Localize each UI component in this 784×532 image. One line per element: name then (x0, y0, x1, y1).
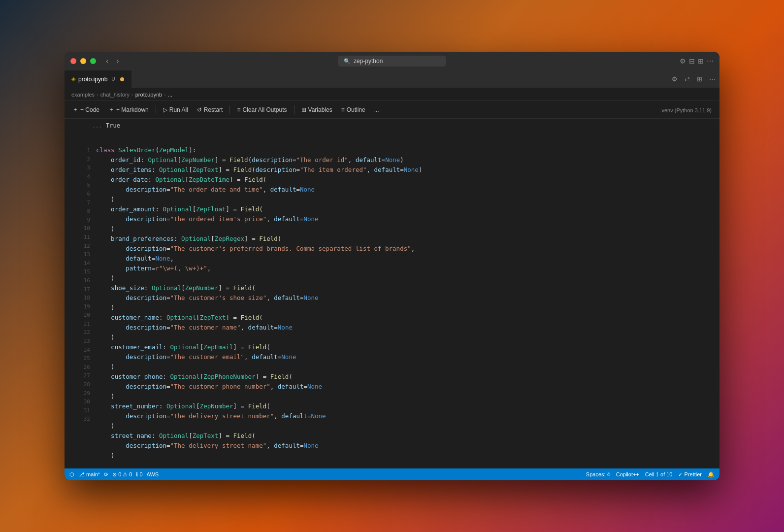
spaces-label: Spaces: 4 (586, 471, 610, 477)
title-bar: ‹ › 🔍 zep-python ⚙ ⊟ ⊞ ⋯ (65, 52, 719, 70)
gear-icon[interactable]: ⋯ (707, 57, 714, 65)
breadcrumb-file[interactable]: proto.ipynb (135, 92, 162, 98)
markdown-plus-icon: ＋ (108, 105, 114, 114)
split-icon[interactable]: ⊞ (697, 75, 702, 83)
breadcrumb: examples › chat_history › proto.ipynb › … (65, 88, 719, 101)
code-line-29: ) (96, 421, 713, 431)
prettier-label: ✓ Prettier (678, 471, 702, 478)
back-button[interactable]: ‹ (104, 56, 110, 66)
toolbar-right: .venv (Python 3.11.9) (660, 105, 716, 114)
line-numbers: 1234567891011121314151617181920212223242… (84, 146, 90, 424)
forward-button[interactable]: › (114, 56, 121, 66)
run-all-label: Run All (169, 106, 188, 113)
layout-icon[interactable]: ⊞ (698, 57, 704, 65)
python-env-label[interactable]: .venv (Python 3.11.9) (660, 107, 712, 113)
vscode-window: ‹ › 🔍 zep-python ⚙ ⊟ ⊞ ⋯ ◈ proto.ipynb U… (65, 52, 719, 480)
outline-label: Outline (347, 106, 365, 113)
plus-icon: ＋ (72, 105, 78, 114)
outline-button[interactable]: ≡ Outline (337, 104, 369, 115)
breadcrumb-chat-history[interactable]: chat_history (100, 92, 130, 98)
code-line-16: description="The customer's shoe size", … (96, 293, 713, 303)
more-actions-icon[interactable]: ⋯ (709, 75, 716, 83)
code-line-13: pattern=r"\w+(, \w+)+", (96, 264, 713, 273)
tab-name: proto.ipynb (78, 76, 107, 83)
add-markdown-label: + Markdown (116, 106, 149, 113)
editor-actions: ⚙ ⇄ ⊞ ⋯ (672, 75, 719, 83)
clear-outputs-button[interactable]: ≡ Clear All Outputs (233, 104, 291, 115)
vscode-logo[interactable]: ⬡ (69, 471, 74, 478)
aws-status[interactable]: AWS (147, 471, 159, 477)
code-line-30: street_name: Optional[ZepText] = Field( (96, 431, 713, 441)
status-right: Spaces: 4 Copilot++ Cell 1 of 10 ✓ Prett… (586, 471, 715, 478)
toolbar-sep-2 (229, 105, 230, 114)
variables-icon: ⊞ (301, 106, 306, 113)
prettier-status[interactable]: ✓ Prettier (678, 471, 702, 478)
aws-label: AWS (147, 471, 159, 477)
sync-button[interactable]: ⟳ (104, 471, 108, 478)
notebook-toolbar: ＋ + Code ＋ + Markdown ▷ Run All ↺ Restar… (65, 101, 719, 119)
info-count: 0 (139, 471, 142, 477)
cell-gutter: 1234567891011121314151617181920212223242… (72, 145, 96, 424)
warning-count: 0 (129, 471, 132, 477)
info[interactable]: ℹ 0 (136, 471, 142, 478)
active-tab[interactable]: ◈ proto.ipynb U (65, 70, 131, 88)
breadcrumb-sep-3: › (164, 92, 166, 98)
convert-icon[interactable]: ⇄ (685, 75, 690, 83)
search-icon: 🔍 (344, 58, 351, 65)
code-line-9: ) (96, 224, 713, 234)
minimize-button[interactable] (80, 58, 86, 64)
cell-label: Cell 1 of 10 (645, 471, 673, 477)
code-line-12: default=None, (96, 254, 713, 264)
error-count: 0 (118, 471, 121, 477)
code-line-31: description="The delivery street name", … (96, 441, 713, 451)
git-branch[interactable]: ⎇ main* (78, 471, 100, 478)
title-bar-right: ⚙ ⊟ ⊞ ⋯ (680, 57, 714, 65)
branch-name: main* (86, 471, 100, 477)
code-line-32: ) (96, 451, 713, 461)
spaces-setting[interactable]: Spaces: 4 (586, 471, 610, 477)
error-icon: ⊗ (112, 471, 117, 478)
notebook-content[interactable]: ... True 1234567891011121314151617181920… (65, 119, 719, 468)
code-line-2: order_id: Optional[ZepNumber] = Field(de… (96, 155, 713, 165)
breadcrumb-section[interactable]: ... (168, 92, 172, 98)
close-button[interactable] (70, 58, 76, 64)
settings-gear-icon[interactable]: ⚙ (672, 75, 678, 83)
code-line-4: order_date: Optional[ZepDateTime] = Fiel… (96, 175, 713, 185)
code-line-26: ) (96, 392, 713, 401)
sync-icon: ⟳ (104, 471, 108, 478)
code-line-8: description="The ordered item's price", … (96, 214, 713, 224)
vscode-icon: ⬡ (69, 471, 74, 478)
restart-button[interactable]: ↺ Restart (193, 104, 227, 115)
breadcrumb-sep-1: › (97, 92, 98, 98)
errors[interactable]: ⊗ 0 ⚠ 0 (112, 471, 132, 478)
add-code-label: + Code (80, 106, 99, 113)
clear-icon: ≡ (237, 106, 240, 113)
run-all-button[interactable]: ▷ Run All (159, 104, 192, 115)
code-line-6: ) (96, 195, 713, 204)
maximize-button[interactable] (90, 58, 96, 64)
settings-icon[interactable]: ⚙ (680, 57, 686, 65)
add-code-button[interactable]: ＋ + Code (68, 103, 103, 116)
code-line-24: customer_phone: Optional[ZepPhoneNumber]… (96, 372, 713, 382)
variables-button[interactable]: ⊞ Variables (297, 104, 336, 115)
output-text: True (106, 122, 120, 129)
toolbar-sep-1 (156, 105, 156, 114)
code-editor[interactable]: class SalesOrder(ZepModel): order_id: Op… (96, 145, 713, 461)
run-all-icon: ▷ (163, 106, 167, 113)
code-line-18: customer_name: Optional[ZepText] = Field… (96, 313, 713, 323)
cell-indicator[interactable]: Cell 1 of 10 (645, 471, 673, 477)
more-toolbar-button[interactable]: ... (370, 104, 383, 115)
add-markdown-button[interactable]: ＋ + Markdown (104, 103, 153, 116)
cell-content: 1234567891011121314151617181920212223242… (65, 144, 719, 462)
copilot-status[interactable]: Copilot++ (616, 471, 639, 477)
tab-badge: U (111, 76, 115, 82)
cell-output: ... True (65, 119, 719, 133)
tab-modified-dot (120, 77, 124, 81)
clear-outputs-label: Clear All Outputs (242, 106, 287, 113)
code-line-10: brand_preferences: Optional[ZepRegex] = … (96, 234, 713, 244)
restart-icon: ↺ (197, 106, 202, 113)
split-editor-icon[interactable]: ⊟ (689, 57, 695, 65)
notification-bell[interactable]: 🔔 (708, 471, 715, 478)
breadcrumb-examples[interactable]: examples (71, 92, 95, 98)
global-search[interactable]: 🔍 zep-python (338, 56, 446, 66)
